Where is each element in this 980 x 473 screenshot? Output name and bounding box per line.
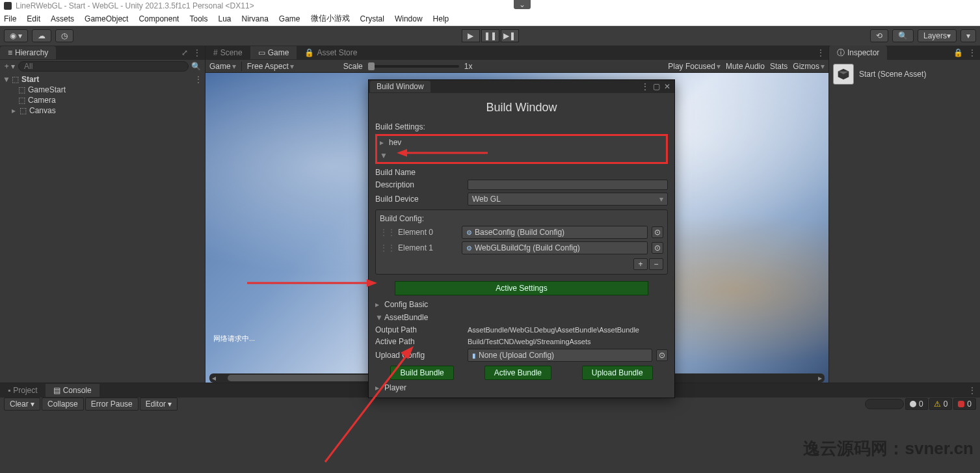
info-count[interactable]: 0	[905, 398, 928, 410]
layout-dropdown[interactable]: ▾	[960, 29, 976, 42]
close-icon[interactable]: ✕	[664, 82, 670, 91]
drag-handle-icon[interactable]: ⋮⋮	[380, 228, 395, 237]
pause-button[interactable]: ❚❚	[481, 29, 499, 42]
panel-menu-icon[interactable]: ⋮	[968, 386, 976, 395]
asset-store-tab[interactable]: 🔒 Asset Store	[297, 46, 365, 59]
scene-tab[interactable]: # Scene	[205, 46, 250, 59]
window-menu-icon[interactable]: ⋮	[641, 82, 649, 91]
menu-help[interactable]: Help	[433, 14, 449, 23]
panel-menu-icon[interactable]: ⋮	[193, 48, 201, 57]
upload-bundle-button[interactable]: Upload Bundle	[582, 366, 653, 380]
drag-handle-icon[interactable]: ⋮⋮	[380, 243, 395, 252]
empty-foldout[interactable]: ▼	[377, 149, 666, 162]
error-pause-toggle[interactable]: Error Pause	[85, 398, 139, 411]
hierarchy-search-input[interactable]	[18, 61, 189, 72]
active-bundle-button[interactable]: Active Bundle	[484, 366, 551, 380]
tree-item-camera[interactable]: ⬚ Camera	[0, 95, 205, 105]
mute-audio-toggle[interactable]: Mute Audio	[726, 62, 765, 71]
menu-gameobject[interactable]: GameObject	[85, 14, 128, 23]
build-bundle-button[interactable]: Build Bundle	[390, 366, 453, 380]
description-field[interactable]	[468, 180, 668, 190]
menu-tools[interactable]: Tools	[189, 14, 207, 23]
display-dropdown[interactable]: Game ▾	[209, 62, 236, 71]
scale-slider[interactable]	[368, 65, 459, 68]
menu-assets[interactable]: Assets	[51, 14, 74, 23]
inspector-tab[interactable]: ⓘ Inspector	[829, 46, 887, 61]
add-element-button[interactable]: +	[633, 258, 648, 270]
play-button[interactable]: ▶	[462, 29, 480, 42]
build-config-section: Build Config: ⋮⋮Element 0 ⚙BaseConfig (B…	[375, 209, 668, 275]
element-0-field[interactable]: ⚙BaseConfig (Build Config)	[462, 226, 648, 239]
object-picker-icon[interactable]: ⊙	[652, 226, 663, 238]
scene-menu-icon[interactable]: ⋮	[194, 75, 202, 84]
foldout-arrow-icon: ▼	[380, 151, 386, 160]
gameobject-icon: ⬚	[18, 96, 25, 105]
menu-edit[interactable]: Edit	[27, 14, 40, 23]
step-button[interactable]: ▶❚	[501, 29, 519, 42]
active-settings-button[interactable]: Active Settings	[395, 281, 648, 295]
cloud-button[interactable]: ☁	[32, 29, 51, 42]
active-path-value: Build/TestCND/webgl/StreamingAssets	[468, 338, 668, 345]
menu-crystal[interactable]: Crystal	[360, 14, 384, 23]
version-control-button[interactable]: ◷	[55, 29, 73, 42]
console-tab[interactable]: ▤ Console	[46, 384, 99, 397]
unity-icon	[4, 2, 12, 10]
tree-item-gamestart[interactable]: ⬚ GameStart	[0, 85, 205, 95]
build-window-tab[interactable]: Build Window	[370, 81, 430, 92]
element-1-field[interactable]: ⚙WebGLBuildCfg (Build Config)	[462, 241, 648, 254]
build-device-dropdown[interactable]: Web GL▾	[468, 193, 668, 206]
undo-history-button[interactable]: ⟲	[870, 29, 888, 42]
play-focused-dropdown[interactable]: Play Focused ▾	[668, 62, 721, 71]
error-count[interactable]: 0	[953, 398, 976, 410]
maximize-icon[interactable]: ▢	[653, 82, 660, 91]
gizmos-dropdown[interactable]: Gizmos ▾	[793, 62, 825, 71]
scene-row[interactable]: ▼ ⬚ Start ⋮	[0, 74, 205, 85]
chevron-down-icon[interactable]: ⌄	[514, 0, 531, 9]
search-button[interactable]: 🔍	[892, 29, 914, 42]
panel-lock-icon[interactable]: 🔒	[953, 48, 963, 57]
create-dropdown[interactable]: + ▾	[4, 62, 16, 71]
foldout-arrow-icon[interactable]: ▼	[3, 75, 9, 84]
scene-asset-icon	[833, 64, 854, 85]
scriptable-object-icon: ⚙	[466, 245, 472, 252]
layers-dropdown[interactable]: Layers ▾	[918, 29, 957, 42]
upload-config-field[interactable]: ▮None (Upload Config)	[468, 349, 652, 362]
hierarchy-tab[interactable]: ≡ Hierarchy	[0, 46, 56, 59]
warn-count[interactable]: ⚠0	[929, 398, 953, 410]
build-device-label: Build Device	[375, 195, 464, 204]
config-basic-foldout[interactable]: ▸Config Basic	[375, 298, 668, 311]
menu-lua[interactable]: Lua	[218, 14, 231, 23]
editor-dropdown[interactable]: Editor ▾	[140, 398, 178, 411]
panel-menu-icon[interactable]: ⋮	[968, 48, 976, 57]
menu-window[interactable]: Window	[395, 14, 423, 23]
panel-menu-icon[interactable]: ⋮	[817, 48, 825, 57]
search-icon[interactable]: 🔍	[191, 62, 201, 71]
account-button[interactable]: ◉ ▾	[4, 29, 28, 42]
remove-element-button[interactable]: −	[649, 258, 663, 270]
aspect-dropdown[interactable]: Free Aspect ▾	[247, 62, 294, 71]
menu-component[interactable]: Component	[139, 14, 179, 23]
collapse-toggle[interactable]: Collapse	[42, 398, 84, 411]
main-toolbar: ◉ ▾ ☁ ◷ ▶ ❚❚ ▶❚ ⟲ 🔍 Layers ▾ ▾	[0, 26, 980, 46]
console-search-input[interactable]	[865, 399, 904, 409]
game-tab[interactable]: ▭ Game	[250, 46, 297, 59]
tree-item-canvas[interactable]: ▸ ⬚ Canvas	[0, 105, 205, 116]
menu-nirvana[interactable]: Nirvana	[242, 14, 269, 23]
object-picker-icon[interactable]: ⊙	[652, 242, 663, 254]
panel-lock-icon[interactable]: ⤢	[181, 48, 188, 57]
annotation-box: ▸ hev ▼	[375, 134, 668, 164]
menu-game[interactable]: Game	[279, 14, 300, 23]
clear-button[interactable]: Clear ▾	[4, 398, 40, 411]
foldout-arrow-icon[interactable]: ▸	[10, 106, 17, 115]
menu-file[interactable]: File	[4, 14, 16, 23]
scale-label: Scale	[343, 62, 363, 71]
player-foldout[interactable]: ▸Player	[375, 381, 668, 394]
build-window-title: Build Window	[369, 93, 674, 121]
asset-bundle-foldout[interactable]: ▼AssetBundle	[375, 311, 668, 324]
menu-wechat[interactable]: 微信小游戏	[311, 13, 350, 24]
stats-toggle[interactable]: Stats	[770, 62, 788, 71]
element-0-row: ⋮⋮Element 0 ⚙BaseConfig (Build Config) ⊙	[380, 224, 663, 240]
object-picker-icon[interactable]: ⊙	[656, 349, 668, 361]
project-tab[interactable]: ▪ Project	[0, 384, 46, 397]
hev-foldout[interactable]: ▸ hev	[377, 136, 666, 149]
